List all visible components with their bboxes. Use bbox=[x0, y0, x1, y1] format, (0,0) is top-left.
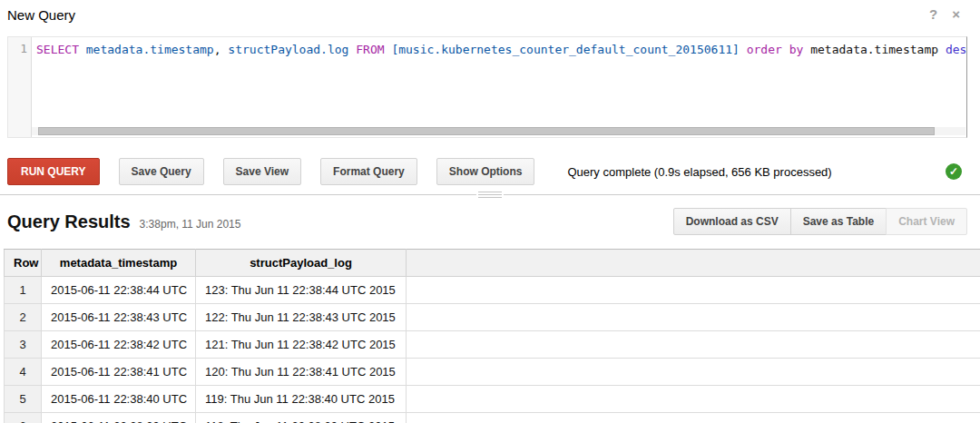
filler-cell bbox=[407, 413, 980, 423]
table-row: 52015-06-11 22:38:40 UTC119: Thu Jun 11 … bbox=[5, 386, 980, 413]
table-cell: 2015-06-11 22:38:43 UTC bbox=[42, 304, 196, 331]
window-controls: ? × bbox=[929, 7, 960, 22]
save-query-button[interactable]: Save Query bbox=[119, 158, 204, 185]
column-header-metadata-timestamp: metadata_timestamp bbox=[42, 250, 196, 277]
download-csv-button[interactable]: Download as CSV bbox=[673, 208, 791, 235]
query-toolbar: RUN QUERY Save Query Save View Format Qu… bbox=[0, 158, 980, 185]
filler-cell bbox=[407, 277, 980, 304]
table-row: 62015-06-11 22:38:39 UTC118: Thu Jun 11 … bbox=[5, 413, 980, 423]
results-timestamp: 3:38pm, 11 Jun 2015 bbox=[140, 218, 241, 231]
table-cell: 122: Thu Jun 11 22:38:43 UTC 2015 bbox=[196, 304, 407, 331]
table-cell: 2015-06-11 22:38:40 UTC bbox=[42, 386, 196, 413]
table-cell: 2015-06-11 22:38:44 UTC bbox=[42, 277, 196, 304]
run-query-button[interactable]: RUN QUERY bbox=[7, 158, 100, 185]
filler-cell bbox=[407, 304, 980, 331]
query-complete-check-icon: ✓ bbox=[946, 163, 962, 180]
row-number-cell: 1 bbox=[5, 277, 42, 304]
table-row: 22015-06-11 22:38:43 UTC122: Thu Jun 11 … bbox=[5, 304, 980, 331]
table-row: 42015-06-11 22:38:41 UTC120: Thu Jun 11 … bbox=[5, 359, 980, 386]
table-cell: 123: Thu Jun 11 22:38:44 UTC 2015 bbox=[196, 277, 407, 304]
table-cell: 118: Thu Jun 11 22:38:39 UTC 2015 bbox=[196, 413, 407, 423]
table-cell: 121: Thu Jun 11 22:38:42 UTC 2015 bbox=[196, 331, 407, 359]
results-table: Row metadata_timestamp structPayload_log… bbox=[4, 249, 980, 423]
filler-cell bbox=[407, 359, 980, 386]
save-view-button[interactable]: Save View bbox=[223, 158, 302, 185]
window-header: New Query ? × bbox=[0, 0, 980, 31]
table-cell: 119: Thu Jun 11 22:38:40 UTC 2015 bbox=[196, 386, 407, 413]
row-number-cell: 2 bbox=[5, 304, 42, 331]
results-actions: Download as CSV Save as Table Chart View bbox=[673, 208, 967, 235]
results-title: Query Results bbox=[7, 212, 131, 232]
row-number-cell: 4 bbox=[5, 359, 42, 386]
line-number: 1 bbox=[20, 42, 27, 55]
filler-cell bbox=[407, 331, 980, 359]
table-cell: 120: Thu Jun 11 22:38:41 UTC 2015 bbox=[196, 359, 407, 386]
column-header-row: Row bbox=[5, 250, 42, 277]
table-header-row: Row metadata_timestamp structPayload_log bbox=[5, 250, 980, 277]
row-number-cell: 5 bbox=[5, 386, 42, 413]
sql-query-text[interactable]: SELECT metadata.timestamp, structPayload… bbox=[32, 37, 966, 137]
format-query-button[interactable]: Format Query bbox=[320, 158, 417, 185]
sql-editor[interactable]: 1 SELECT metadata.timestamp, structPaylo… bbox=[7, 36, 967, 138]
table-cell: 2015-06-11 22:38:41 UTC bbox=[42, 359, 196, 386]
chart-view-button: Chart View bbox=[886, 208, 967, 235]
table-cell: 2015-06-11 22:38:42 UTC bbox=[42, 331, 196, 359]
query-status-text: Query complete (0.9s elapsed, 656 KB pro… bbox=[567, 165, 831, 179]
save-as-table-button[interactable]: Save as Table bbox=[790, 208, 887, 235]
splitter-handle-icon[interactable] bbox=[476, 191, 504, 199]
close-icon[interactable]: × bbox=[952, 7, 960, 22]
table-row: 12015-06-11 22:38:44 UTC123: Thu Jun 11 … bbox=[5, 277, 980, 304]
scrollbar-thumb[interactable] bbox=[38, 127, 935, 135]
results-splitter[interactable] bbox=[0, 190, 980, 200]
help-icon[interactable]: ? bbox=[929, 7, 937, 22]
page-title: New Query bbox=[7, 7, 75, 23]
filler-cell bbox=[407, 386, 980, 413]
bigquery-query-panel: New Query ? × 1 SELECT metadata.timestam… bbox=[0, 0, 980, 423]
table-cell: 2015-06-11 22:38:39 UTC bbox=[42, 413, 196, 423]
row-number-cell: 6 bbox=[5, 413, 42, 423]
editor-gutter: 1 bbox=[8, 37, 32, 137]
show-options-button[interactable]: Show Options bbox=[436, 158, 535, 185]
column-header-filler bbox=[407, 250, 980, 277]
row-number-cell: 3 bbox=[5, 331, 42, 359]
table-row: 32015-06-11 22:38:42 UTC121: Thu Jun 11 … bbox=[5, 331, 980, 359]
editor-horizontal-scrollbar[interactable] bbox=[32, 127, 965, 135]
column-header-structpayload-log: structPayload_log bbox=[196, 250, 407, 277]
results-header: Query Results 3:38pm, 11 Jun 2015 Downlo… bbox=[0, 207, 980, 236]
